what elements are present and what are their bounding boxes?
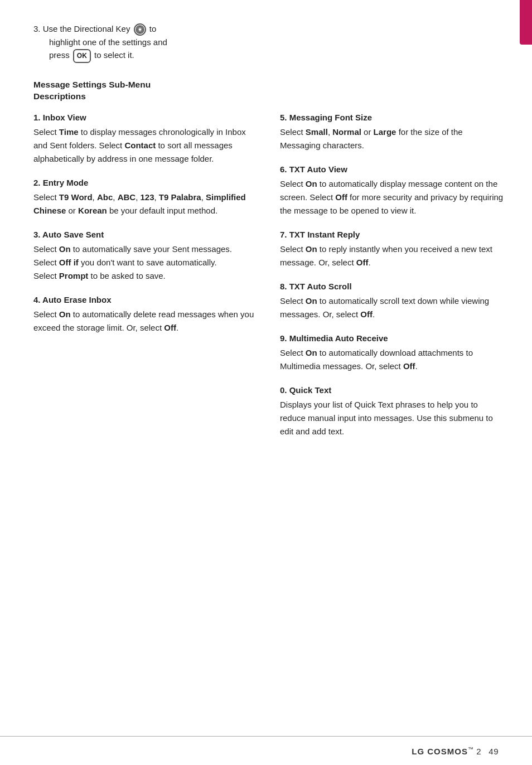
item-body-7: Select On to reply instantly when you re… [280,243,504,269]
svg-point-0 [136,26,144,33]
ok-badge: OK [73,49,91,63]
intro-line3: press [33,49,70,61]
item-body-8: Select On to automatically scroll text d… [280,294,504,321]
item-body-3: Select On to automatically save your Sen… [33,243,258,283]
item-body-9: Select On to automatically download atta… [280,346,504,373]
footer: LG COSMOS™ 2 49 [0,736,532,765]
section-heading: Message Settings Sub-Menu Descriptions [33,79,504,103]
svg-marker-4 [136,29,138,31]
item-heading-7: 7. TXT Instant Reply [280,230,504,239]
item-body-1: Select Time to display messages chronolo… [33,125,258,166]
right-column: 5. Messaging Font Size Select Small, Nor… [280,113,504,438]
footer-text: LG COSMOS™ 2 49 [412,746,499,756]
item-heading-6: 6. TXT Auto View [280,164,504,174]
item-heading-5: 5. Messaging Font Size [280,113,504,122]
item-heading-3: 3. Auto Save Sent [33,230,258,239]
item-heading-2: 2. Entry Mode [33,178,258,187]
directional-key-icon [134,23,146,36]
svg-marker-2 [139,26,141,28]
two-column-layout: 1. Inbox View Select Time to display mes… [33,113,504,438]
intro-to: to [149,24,157,33]
corner-tab [520,0,532,45]
item-heading-0: 0. Quick Text [280,385,504,395]
item-body-2: Select T9 Word, Abc, ABC, 123, T9 Palabr… [33,191,258,217]
trademark-symbol: ™ [468,746,474,752]
intro-line2: highlight one of the settings and [33,36,167,49]
item-body-6: Select On to automatically display messa… [280,177,504,217]
item-heading-8: 8. TXT Auto Scroll [280,282,504,291]
intro-block: 3. Use the Directional Key to highlight … [33,22,504,63]
model-number: 2 [476,747,481,756]
item-body-5: Select Small, Normal or Large for the si… [280,125,504,152]
svg-marker-5 [142,29,144,31]
item-body-0: Displays your list of Quick Text phrases… [280,398,504,438]
left-column: 1. Inbox View Select Time to display mes… [33,113,258,438]
svg-point-1 [138,28,142,31]
page-number: 49 [489,747,499,756]
item-heading-4: 4. Auto Erase Inbox [33,295,258,304]
brand-name: LG COSMOS [412,747,468,756]
item-heading-9: 9. Multimedia Auto Receive [280,333,504,343]
item-body-4: Select On to automatically delete read m… [33,308,258,335]
item-heading-1: 1. Inbox View [33,113,258,122]
intro-line3-post: to select it. [94,50,134,60]
intro-step: 3. Use the Directional Key [33,24,133,33]
svg-marker-3 [139,32,141,33]
